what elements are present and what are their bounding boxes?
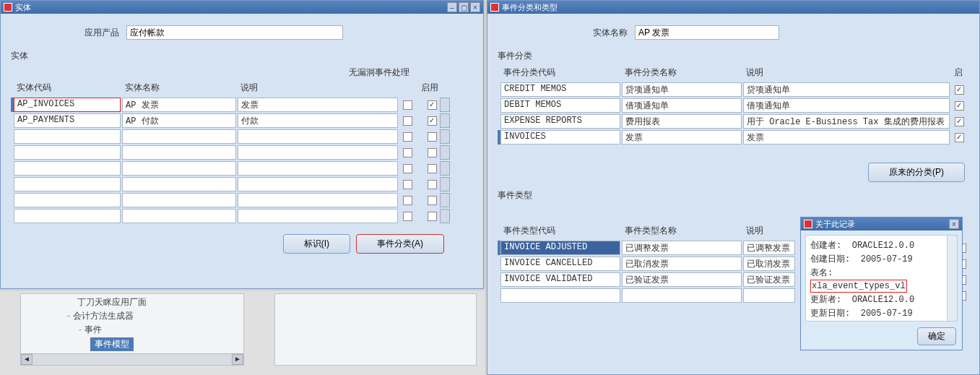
entity-window-titlebar[interactable]: 实体 – ▢ × [1,1,483,14]
cell-class-code[interactable]: INVOICES [500,130,620,145]
row-scroll-icon[interactable] [440,161,450,176]
tree-item[interactable]: -会计方法生成器 [27,309,238,323]
cell-name[interactable] [122,193,236,207]
checkbox-enabled[interactable] [428,212,437,221]
cell-class-name[interactable]: 发票 [622,130,742,145]
about-titlebar[interactable]: 关于此记录 × [801,217,962,230]
table-row[interactable] [11,208,473,224]
checkbox-enabled[interactable] [428,180,437,189]
table-row[interactable] [11,145,473,160]
cell-code[interactable]: AP_INVOICES [14,98,121,112]
table-row[interactable] [11,160,473,176]
checkbox-enabled[interactable] [955,101,964,111]
checkbox[interactable] [403,100,412,110]
cell-desc[interactable] [238,145,398,160]
cell-desc[interactable]: 发票 [238,98,398,112]
cell-empty[interactable] [743,288,795,303]
cell-code[interactable] [14,177,121,191]
cell-name[interactable] [122,161,236,176]
event-class-button[interactable]: 事件分类(A) [356,234,444,254]
row-scroll-icon[interactable] [440,98,450,112]
cell-type-desc[interactable]: 已调整发票 [743,241,795,255]
cell-empty[interactable] [500,288,620,303]
cell-class-desc[interactable]: 发票 [743,130,950,145]
identify-button[interactable]: 标识(I) [283,234,350,254]
row-scroll-icon[interactable] [440,193,450,207]
checkbox-enabled[interactable] [428,164,437,173]
table-row[interactable]: AP_INVOICESAP 发票发票 [11,97,473,113]
cell-code[interactable] [14,145,121,160]
cell-type-code[interactable]: INVOICE ADJUSTED [500,241,620,255]
cell-desc[interactable] [238,161,398,176]
checkbox[interactable] [403,132,412,142]
cell-class-desc[interactable]: 借项通知单 [743,98,950,113]
checkbox[interactable] [403,164,412,173]
about-vscroll[interactable] [947,236,957,321]
checkbox[interactable] [403,196,412,205]
cell-code[interactable] [14,209,121,223]
table-row[interactable]: CREDIT MEMOS贷项通知单贷项通知单 [498,82,969,98]
tree-item-selected[interactable]: 事件模型 [27,337,238,352]
close-icon[interactable]: × [949,219,959,229]
cell-class-name[interactable]: 借项通知单 [622,98,742,113]
cell-code[interactable]: AP_PAYMENTS [14,113,121,128]
checkbox-enabled[interactable] [428,196,437,205]
app-field[interactable] [126,25,343,40]
table-row[interactable]: AP_PAYMENTSAP 付款付款 [11,113,473,129]
checkbox-enabled[interactable] [955,85,964,95]
cell-desc[interactable] [238,209,398,223]
row-scroll-icon[interactable] [440,129,450,144]
table-row[interactable] [11,176,473,192]
row-scroll-icon[interactable] [440,145,450,160]
cell-type-code[interactable]: INVOICE VALIDATED [500,272,620,287]
row-scroll-icon[interactable] [440,113,450,128]
cell-code[interactable] [14,161,121,176]
cell-type-name[interactable]: 已验证发票 [622,272,742,287]
cell-class-code[interactable]: DEBIT MEMOS [500,98,620,113]
checkbox-enabled[interactable] [428,132,437,142]
checkbox[interactable] [403,180,412,189]
row-scroll-icon[interactable] [440,177,450,191]
table-row[interactable]: INVOICES发票发票 [498,129,969,145]
cell-class-code[interactable]: EXPENSE REPORTS [500,114,620,129]
cell-name[interactable]: AP 发票 [122,98,236,112]
cell-class-code[interactable]: CREDIT MEMOS [500,82,620,97]
tree-item[interactable]: -事件 [27,323,238,337]
cell-empty[interactable] [622,288,742,303]
event-window-titlebar[interactable]: 事件分类和类型 [487,1,979,14]
entity-name-field[interactable] [635,25,779,40]
scroll-right-icon[interactable]: ► [232,354,243,365]
cell-desc[interactable] [238,129,398,144]
cell-type-name[interactable]: 已调整发票 [622,241,742,255]
cell-desc[interactable] [238,177,398,191]
checkbox[interactable] [403,148,412,158]
cell-type-desc[interactable]: 已取消发票 [743,257,795,271]
cell-desc[interactable] [238,193,398,207]
original-class-button[interactable]: 原来的分类(P) [868,163,965,182]
table-row[interactable] [11,192,473,208]
checkbox-enabled[interactable] [955,133,964,142]
cell-class-name[interactable]: 贷项通知单 [622,82,742,97]
maximize-icon[interactable]: ▢ [459,2,469,12]
checkbox-enabled[interactable] [955,117,964,126]
table-row[interactable]: DEBIT MEMOS借项通知单借项通知单 [498,98,969,113]
checkbox-enabled[interactable] [428,100,437,110]
tree-hscroll[interactable]: ◄ ► [21,353,243,365]
cell-name[interactable] [122,209,236,223]
checkbox-enabled[interactable] [428,116,437,126]
table-row[interactable]: EXPENSE REPORTS费用报表用于 Oracle E-Business … [498,113,969,129]
cell-name[interactable] [122,129,236,144]
cell-name[interactable] [122,145,236,160]
cell-type-desc[interactable]: 已验证发票 [743,272,795,287]
cell-class-desc[interactable]: 贷项通知单 [743,82,950,97]
cell-name[interactable] [122,177,236,191]
row-scroll-icon[interactable] [440,209,450,223]
ok-button[interactable]: 确定 [917,327,956,345]
minimize-icon[interactable]: – [447,2,457,12]
close-icon[interactable]: × [470,2,480,12]
table-row[interactable] [11,129,473,145]
cell-desc[interactable]: 付款 [238,113,398,128]
checkbox-enabled[interactable] [428,148,437,158]
scroll-left-icon[interactable]: ◄ [21,354,32,365]
tree-item[interactable]: 丁刀天眯应用厂面 [27,296,238,309]
